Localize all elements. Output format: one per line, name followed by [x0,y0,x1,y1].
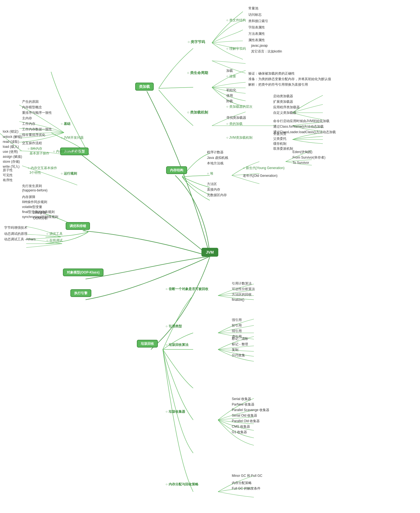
store-item: store (存储) [3,159,20,164]
leijizhi-label: ○ 类加载机制 [187,110,208,114]
jvm-wenti: ○ JVM开发问题 [61,135,84,140]
bazhong-neicun: ○ 8种内存 基本原子操作 [28,146,49,156]
quanpan-fuze: 全盘负责 [273,131,286,136]
g1-shojiji: G1 收集器 [232,430,247,435]
fangwenbzhi: 访问标志 [248,12,262,17]
parallel-scavenge-shojiji: Parallel Scavenge 收集器 [232,408,269,412]
eden: Eden(伊甸园) [293,150,312,154]
zijiema-jiaqiang: 字节码增强技术 [4,225,27,230]
fendai-shouji: 分代收集 [232,353,245,358]
jiao-huzuo: 交互操作流程 [22,141,42,146]
classforname: 通过Class.forName()方法动态加载 [273,124,324,129]
shiyong: 使用 [226,93,233,98]
leishenming-label: ○ 类生命周期 [187,71,208,75]
jiazai2: 加载 [226,69,233,73]
laji-suanfa: ○ 垃圾回收算法 [166,343,188,347]
to-survivor: To Survivor [293,161,309,165]
use-item: use (使用) [3,149,18,154]
lijiezijie-node: ○ 理解字节码 [226,46,246,51]
neicunpingzhang: 内存屏障 [22,195,35,199]
huancun-jizhi: 缓存机制 [273,141,286,146]
panduan-label: ○ 尝断一个对象是否可被回收 [166,287,208,291]
full-gc-chufatiaojian: Full GC 的触发条件 [232,486,260,491]
fangfaqu: 方法区 [207,182,217,186]
yuanshuqu-neicun: 元数据区内存 [207,193,227,198]
qidong-jiazaiqi: 启动类加载器 [273,94,293,99]
lei-jiazai: ○ 类的加载 [226,122,243,126]
lijiezijie-label: ○ 理解字节码 [226,47,246,51]
ruo-yinyong: 弱引用 [232,329,242,333]
jichu-node: ○ 基础 [61,122,70,126]
xianyifasheng: 先行发生原则(happens-before) [22,184,47,192]
zhuyincun: 主内存 [22,116,32,121]
laoniandai: 老年代(Old Generation) [243,173,277,178]
zhixing-yinqing-label: 执行引擎 [70,289,91,297]
laji-suanfa-label: ○ 垃圾回收算法 [166,343,188,347]
dongtai-tiaoshi-yuanli: 动态调试的原理 [4,231,27,236]
youxuxin: 有序性 [3,178,13,183]
neicun-fenpei-celue: 内存分配策略 [232,481,252,485]
mindmap-container: JVM 类加载 ○ 类字节码 ○ 类文件结构 常量池 访问标志 类和接口索引 字… [0,0,420,513]
from-survivor: From Survivor(幸存者) [293,155,325,160]
duixiang-moxing-label: 对象模型(OOP-Klass) [63,269,103,276]
yingyongchengxu-jiazaiqi: 应用程序类加载器 [273,105,300,110]
cms-shojiji: CMS 收集器 [232,424,250,429]
ruan-yinyong: 软引用 [232,323,242,328]
finalize-item: finalize() [232,298,244,302]
jiazaiqi-cengci: ○ 类加载器的层次 [226,104,252,109]
serial-old-shojiji: Serial Old 收集器 [232,413,257,418]
zaixian-tiaoshi: ○ 在线调试 [46,238,63,243]
zhunbei: 准备：为类的静态变量分配内存，并将其初始化为默认值 [248,77,331,81]
laji-shoujiq-label: ○ 垃圾收集器 [166,410,185,414]
yanzheng: 验证：确保被加载的类的正确性 [248,71,295,76]
unlock-item: unlock (解锁) [3,135,22,139]
dongtai-gongju-athars: 动态调试工具 -Athars [4,237,36,242]
duixiang-moxing-node: 对象模型(OOP-Klass) [63,270,103,275]
chushihua: 初始化 [226,88,236,93]
assign-item: assign (赋值) [3,154,22,159]
panduan-huishou: ○ 尝断一个对象是否可被回收 [166,287,208,291]
javac-javap: javac,javap [251,44,268,48]
neicun-jiegou-label: 内存结构 [166,166,187,174]
leishenming-node: ○ 类生命周期 [187,70,208,75]
java-xuniji-zhan: Java 虚拟机栈 [207,156,228,160]
xinshengdai: ○ 新生代(Young Generation) [243,166,285,170]
tiaoyou-gongju: ○ 调优工具 [46,231,63,236]
kuozhan-jiazaiqi: 扩展类加载器 [273,99,293,104]
zhiling-chongpai: 指令重排序优化 [22,133,45,137]
laji-shouhui-node: 垃圾回收 [137,341,158,346]
fangfaqu-huishou: 方法区的回收 [232,292,252,297]
qiang-yinyong: 强引用 [232,318,242,322]
zhijie-neicun: 直接内存 [207,187,220,192]
volatile-bianliang: volatile型变量 [22,205,42,209]
classload-node: 类加载 [135,84,154,89]
yinyong-label: ○ 引用类型 [166,324,182,328]
yinyong-jisuan: 引用计数算法 [232,281,252,286]
oom-fenxi: OOM分析 [33,216,48,221]
zhixing-yinqing-node: 执行引擎 [70,291,91,296]
leijizhi-node: ○ 类加载机制 [187,110,208,115]
biaoji-qingchu: 标记 - 清除 [232,336,248,341]
laji-shoujiq: ○ 垃圾收集器 [166,409,185,414]
neicun-jiegou-node: 内存结构 [166,168,187,173]
tezheng-node: ○ 内存交互基本操作 3个特性 [28,166,57,175]
jiexi2: 解析：把类中的符号引用替换为直接引用 [248,82,308,87]
bendi-fangfa-zhan: 本地方法栈 [207,161,224,166]
gongyincun: 工作内存 [22,122,35,126]
zidingyilei-jiazaiqi: 自定义类加载器 [273,111,296,115]
jvm-jiazaijizhi: ○ JVM类加载机制 [226,135,252,140]
leiwenjiegou-node: ○ 类文件结构 [226,18,246,23]
xunzhaolei-jiazaiqi: 寻找类加载器 [226,115,246,120]
zijiema-node: ○ 类字节码 [188,40,205,44]
tiaoyou-node: 调优和排错 [66,224,90,228]
fangfa: 方法表属性 [248,31,265,36]
jvm-canshu: JVM参数 [33,211,46,215]
neicun-moxing-gainian: 内存模型概念 [22,105,42,110]
yinyong-leixing: ○ 引用类型 [166,324,182,329]
biaoji-zhengli: 标记 - 整理 [232,342,248,347]
kedaxing-fenxi: 可达性分析算法 [232,287,255,291]
center-label: JVM [201,248,218,257]
lianjie: ○ 连接 [226,74,236,79]
parnew-shojiji: ParNew 收集器 [232,402,254,407]
neicun-fenpei-label: ○ 内存分配与回收策略 [166,482,198,486]
